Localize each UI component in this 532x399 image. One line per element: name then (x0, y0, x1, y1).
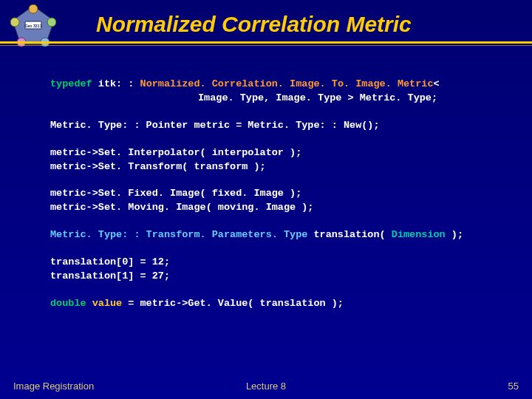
svg-point-1 (29, 4, 38, 13)
code-text: translation[0] = 12; (50, 256, 499, 270)
code-text: translation( (307, 229, 385, 240)
code-text: Image. Type, Image. Type > (198, 92, 354, 103)
code-block: typedef itk: : Normalized. Correlation. … (50, 78, 499, 324)
class-name: Normalized. Correlation. Image. To. Imag… (134, 78, 433, 89)
code-text: Metric. Type; (354, 92, 437, 103)
title-underline (0, 41, 532, 44)
code-text: metric->Set. Transform( transform ); (50, 160, 499, 174)
code-text: itk: : (92, 78, 134, 89)
title-underline-thin (0, 45, 532, 46)
svg-point-2 (47, 18, 56, 27)
code-text: Metric. Type: : Pointer metric = Metric.… (50, 120, 380, 131)
type-name: Metric. Type: : Transform. Parameters. T… (50, 229, 307, 240)
svg-text:Gen 3311: Gen 3311 (24, 24, 41, 28)
code-text: metric->Set. Moving. Image( moving. Imag… (50, 201, 499, 215)
code-text: metric->Set. Interpolator( interpolator … (50, 146, 499, 160)
keyword-typedef: typedef (50, 78, 92, 89)
svg-point-5 (10, 18, 19, 27)
footer: Image Registration Lecture 8 55 (0, 374, 532, 392)
code-text: translation[1] = 27; (50, 270, 499, 284)
keyword-double: double (50, 298, 86, 309)
code-text: metric->Set. Fixed. Image( fixed. Image … (50, 187, 499, 201)
footer-center: Lecture 8 (0, 381, 532, 392)
var-value: value (86, 298, 123, 309)
footer-page-number: 55 (508, 381, 519, 392)
code-text: < (434, 78, 440, 89)
dimension-text: Dimension (386, 229, 446, 240)
code-text: = metric->Get. Value( translation ); (122, 298, 344, 309)
code-text: ); (446, 229, 463, 240)
slide-title: Normalized Correlation Metric (96, 12, 517, 37)
